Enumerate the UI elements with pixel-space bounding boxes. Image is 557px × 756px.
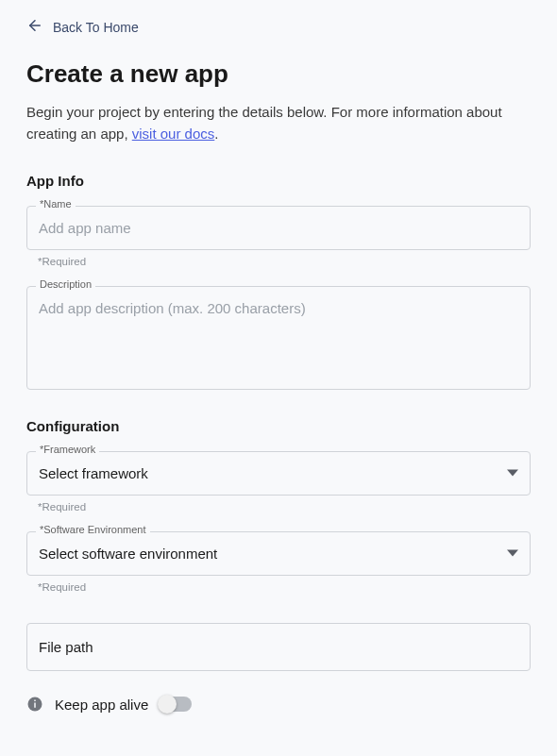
back-to-home-link[interactable]: Back To Home (26, 17, 139, 37)
svg-rect-3 (34, 700, 36, 702)
framework-select[interactable]: Select framework (26, 451, 531, 496)
keep-alive-row: Keep app alive (26, 696, 531, 713)
app-description-input[interactable] (26, 286, 531, 390)
file-path-input[interactable] (26, 623, 531, 671)
app-name-input[interactable] (26, 206, 531, 250)
name-field-wrapper: *Name (26, 206, 531, 250)
back-link-label: Back To Home (53, 20, 139, 35)
framework-select-value: Select framework (39, 465, 148, 481)
description-field-wrapper: Description (26, 286, 531, 394)
arrow-left-icon (26, 17, 43, 37)
toggle-knob (158, 695, 177, 714)
svg-rect-2 (34, 703, 36, 708)
environment-helper-text: *Required (38, 581, 531, 593)
configuration-section-header: Configuration (26, 418, 531, 434)
subtitle-suffix: . (214, 126, 218, 142)
page-title: Create a new app (26, 59, 531, 89)
app-info-section-header: App Info (26, 173, 531, 189)
environment-select-value: Select software environment (39, 546, 217, 562)
info-icon[interactable] (26, 696, 43, 713)
chevron-down-icon (507, 546, 518, 562)
subtitle-text: Begin your project by entering the detai… (26, 104, 502, 142)
page-subtitle: Begin your project by entering the detai… (26, 102, 531, 144)
docs-link[interactable]: visit our docs (132, 126, 215, 142)
environment-field-wrapper: *Software Environment Select software en… (26, 531, 531, 576)
chevron-down-icon (507, 465, 518, 481)
environment-label: *Software Environment (36, 524, 150, 535)
framework-helper-text: *Required (38, 501, 531, 512)
name-helper-text: *Required (38, 256, 531, 267)
keep-alive-label: Keep app alive (55, 697, 148, 713)
description-label: Description (36, 278, 95, 290)
framework-field-wrapper: *Framework Select framework (26, 451, 531, 496)
keep-alive-toggle[interactable] (160, 697, 192, 712)
framework-label: *Framework (36, 444, 99, 455)
name-label: *Name (36, 198, 76, 210)
environment-select[interactable]: Select software environment (26, 531, 531, 576)
